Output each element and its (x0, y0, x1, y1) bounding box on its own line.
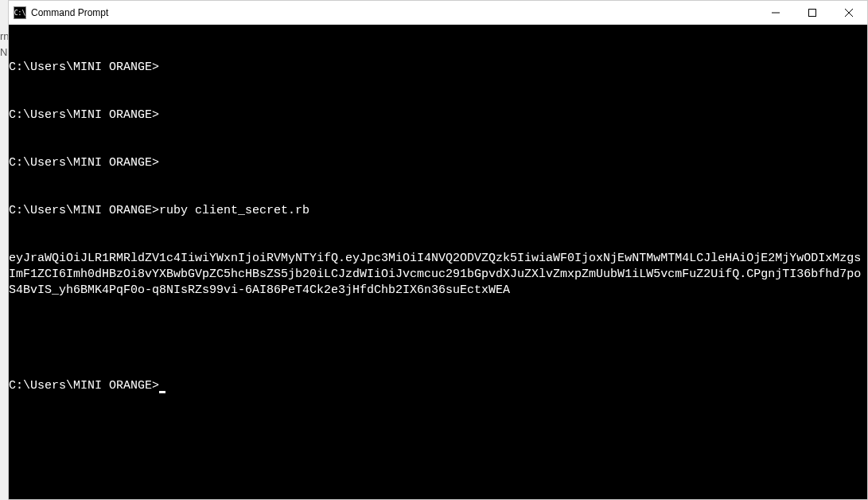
command-prompt-window: C:\ Command Prompt C:\Users\MINI ORANGE>… (8, 0, 868, 500)
terminal-line: C:\Users\MINI ORANGE> (9, 155, 867, 171)
svg-rect-1 (809, 10, 816, 17)
window-controls (757, 1, 867, 25)
terminal-body[interactable]: C:\Users\MINI ORANGE> C:\Users\MINI ORAN… (9, 25, 867, 499)
terminal-line: C:\Users\MINI ORANGE>ruby client_secret.… (9, 203, 867, 219)
minimize-button[interactable] (757, 1, 794, 25)
cmd-icon: C:\ (14, 6, 26, 19)
close-button[interactable] (831, 1, 867, 25)
terminal-line: C:\Users\MINI ORANGE> (9, 107, 867, 123)
terminal-line: C:\Users\MINI ORANGE> (9, 60, 867, 76)
titlebar[interactable]: C:\ Command Prompt (9, 1, 867, 25)
cursor (159, 391, 165, 393)
terminal-prompt: C:\Users\MINI ORANGE> (9, 378, 867, 394)
window-title: Command Prompt (31, 7, 108, 18)
terminal-output: eyJraWQiOiJLR1RMRldZV1c4IiwiYWxnIjoiRVMy… (9, 251, 867, 299)
maximize-button[interactable] (794, 1, 831, 25)
terminal-blank (9, 330, 867, 346)
